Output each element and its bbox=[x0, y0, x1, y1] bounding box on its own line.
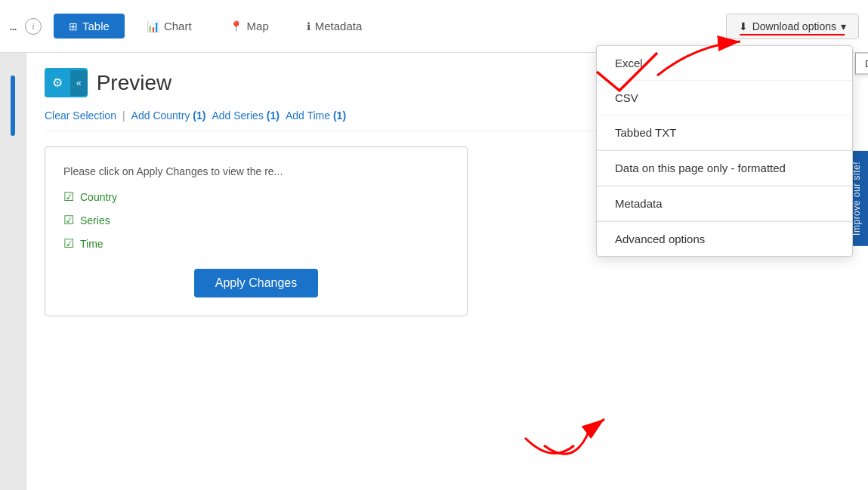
info-icon[interactable]: i bbox=[25, 18, 42, 35]
check-series-icon: ☑ bbox=[63, 213, 74, 227]
add-series-label: Add Series bbox=[212, 109, 263, 122]
csv-label: CSV bbox=[615, 91, 638, 104]
tab-metadata[interactable]: ℹ Metadata bbox=[291, 13, 378, 39]
tab-metadata-label: Metadata bbox=[315, 20, 363, 32]
check-time-icon: ☑ bbox=[63, 236, 74, 251]
preview-box: Please click on Apply Changes to view th… bbox=[45, 146, 468, 316]
metadata-nav-icon: ℹ bbox=[307, 20, 310, 32]
filter-separator: | bbox=[122, 109, 125, 122]
chevron-down-icon: ▾ bbox=[841, 20, 846, 32]
check-item-series: ☑ Series bbox=[63, 213, 449, 227]
excel-tooltip: Download Excel Format bbox=[855, 52, 868, 74]
add-country-count: (1) bbox=[193, 109, 205, 122]
check-time-label: Time bbox=[80, 238, 103, 250]
check-item-country: ☑ Country bbox=[63, 190, 449, 204]
add-country-link[interactable]: Add Country (1) bbox=[131, 109, 206, 122]
tabbed-txt-label: Tabbed TXT bbox=[615, 126, 676, 139]
advanced-options-label: Advanced options bbox=[615, 233, 705, 245]
excel-label: Excel bbox=[615, 57, 643, 69]
tab-map[interactable]: 📍 Map bbox=[214, 13, 285, 39]
add-country-label: Add Country bbox=[131, 109, 190, 122]
dropdown-item-data-page[interactable]: Data on this page only - formatted bbox=[597, 151, 852, 186]
preview-message: Please click on Apply Changes to view th… bbox=[63, 165, 449, 177]
add-time-count: (1) bbox=[333, 109, 346, 122]
download-btn-label: Download options bbox=[752, 20, 836, 32]
dropdown-item-csv[interactable]: CSV bbox=[597, 81, 852, 116]
tab-map-label: Map bbox=[247, 20, 269, 32]
check-country-icon: ☑ bbox=[63, 190, 74, 204]
download-arrow-icon: ⬇ bbox=[739, 20, 748, 32]
check-series-label: Series bbox=[80, 214, 110, 227]
tab-table-label: Table bbox=[82, 20, 110, 32]
excel-tooltip-text: Download Excel Format bbox=[865, 57, 868, 69]
dropdown-item-advanced[interactable]: Advanced options bbox=[597, 222, 852, 256]
clear-selection-link[interactable]: Clear Selection bbox=[45, 109, 116, 122]
check-item-time: ☑ Time bbox=[63, 236, 449, 251]
tab-chart[interactable]: 📊 Chart bbox=[131, 13, 208, 39]
dropdown-metadata-label: Metadata bbox=[615, 197, 663, 210]
chart-icon: 📊 bbox=[147, 20, 159, 32]
left-sidebar bbox=[0, 53, 26, 490]
preview-title: Preview bbox=[97, 71, 172, 95]
dropdown-item-tabbed-txt[interactable]: Tabbed TXT bbox=[597, 116, 852, 150]
map-icon: 📍 bbox=[230, 20, 242, 32]
download-options-button[interactable]: ⬇ Download options ▾ bbox=[726, 14, 859, 39]
tab-chart-label: Chart bbox=[164, 20, 192, 32]
check-country-label: Country bbox=[80, 191, 117, 203]
gear-settings-button[interactable]: ⚙ « bbox=[45, 68, 88, 97]
add-time-label: Add Time bbox=[286, 109, 330, 122]
dropdown-item-excel[interactable]: Excel Download Excel Format bbox=[597, 46, 852, 81]
dropdown-item-metadata[interactable]: Metadata bbox=[597, 186, 852, 221]
add-series-link[interactable]: Add Series (1) bbox=[212, 109, 280, 122]
apply-changes-button[interactable]: Apply Changes bbox=[194, 269, 319, 297]
add-time-link[interactable]: Add Time (1) bbox=[286, 109, 346, 122]
sidebar-accent-bar bbox=[11, 76, 15, 136]
gear-icon: ⚙ bbox=[45, 68, 70, 97]
chevron-left-icon: « bbox=[70, 70, 88, 96]
table-icon: ⊞ bbox=[69, 20, 78, 32]
data-page-label: Data on this page only - formatted bbox=[615, 162, 786, 174]
add-series-count: (1) bbox=[267, 109, 280, 122]
tab-table[interactable]: ⊞ Table bbox=[54, 14, 125, 39]
red-underline-decoration bbox=[740, 34, 845, 35]
download-dropdown: Excel Download Excel Format CSV Tabbed T… bbox=[596, 45, 853, 257]
nav-dots: ... bbox=[9, 18, 16, 34]
